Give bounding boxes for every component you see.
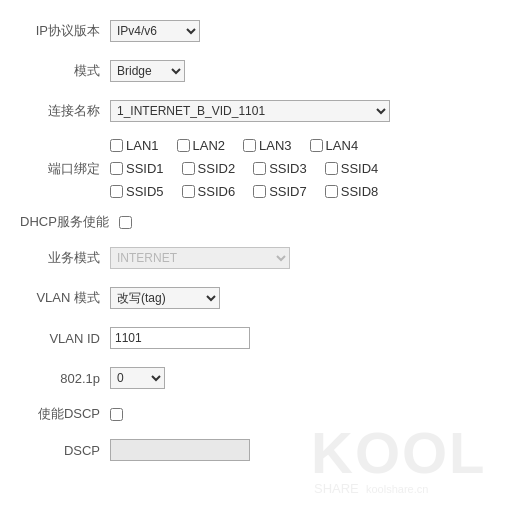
ssid8-checkbox-label: SSID8 (325, 184, 379, 199)
ssid3-checkbox[interactable] (253, 162, 266, 175)
connection-label: 连接名称 (20, 102, 110, 120)
ip-version-select[interactable]: IPv4/v6 IPv4 IPv6 (110, 20, 200, 42)
ssid8-checkbox[interactable] (325, 185, 338, 198)
lan4-checkbox[interactable] (310, 139, 323, 152)
mode-label: 模式 (20, 62, 110, 80)
ssid4-checkbox-label: SSID4 (325, 161, 379, 176)
dscp-input[interactable] (110, 439, 250, 461)
dscp-enable-checkbox[interactable] (110, 408, 123, 421)
dscp-enable-label: 使能DSCP (20, 405, 110, 423)
lan1-checkbox[interactable] (110, 139, 123, 152)
connection-select[interactable]: 1_INTERNET_B_VID_1101 (110, 100, 390, 122)
ssid3-checkbox-label: SSID3 (253, 161, 307, 176)
ssid1-checkbox[interactable] (110, 162, 123, 175)
port-binding-label: 端口绑定 (20, 160, 110, 178)
ssid6-checkbox[interactable] (182, 185, 195, 198)
lan1-checkbox-label: LAN1 (110, 138, 159, 153)
lan3-checkbox[interactable] (243, 139, 256, 152)
ssid6-checkbox-label: SSID6 (182, 184, 236, 199)
dhcp-checkbox[interactable] (119, 216, 132, 229)
vlan-mode-label: VLAN 模式 (20, 289, 110, 307)
ssid4-checkbox[interactable] (325, 162, 338, 175)
ssid7-checkbox[interactable] (253, 185, 266, 198)
dhcp-label: DHCP服务使能 (20, 213, 119, 231)
vlan-id-label: VLAN ID (20, 331, 110, 346)
ssid5-checkbox[interactable] (110, 185, 123, 198)
ssid2-checkbox[interactable] (182, 162, 195, 175)
lan4-checkbox-label: LAN4 (310, 138, 359, 153)
vlan-mode-select[interactable]: 改写(tag) 透传 不处理 (110, 287, 220, 309)
vlan-id-input[interactable] (110, 327, 250, 349)
dot1p-label: 802.1p (20, 371, 110, 386)
lan2-checkbox-label: LAN2 (177, 138, 226, 153)
dot1p-select[interactable]: 0 1 2 3 4 5 6 7 (110, 367, 165, 389)
ssid5-checkbox-label: SSID5 (110, 184, 164, 199)
ip-version-label: IP协议版本 (20, 22, 110, 40)
business-select[interactable]: INTERNET (110, 247, 290, 269)
business-label: 业务模式 (20, 249, 110, 267)
ssid1-checkbox-label: SSID1 (110, 161, 164, 176)
lan3-checkbox-label: LAN3 (243, 138, 292, 153)
mode-select[interactable]: Bridge Router (110, 60, 185, 82)
ssid7-checkbox-label: SSID7 (253, 184, 307, 199)
dscp-label: DSCP (20, 443, 110, 458)
lan2-checkbox[interactable] (177, 139, 190, 152)
ssid2-checkbox-label: SSID2 (182, 161, 236, 176)
